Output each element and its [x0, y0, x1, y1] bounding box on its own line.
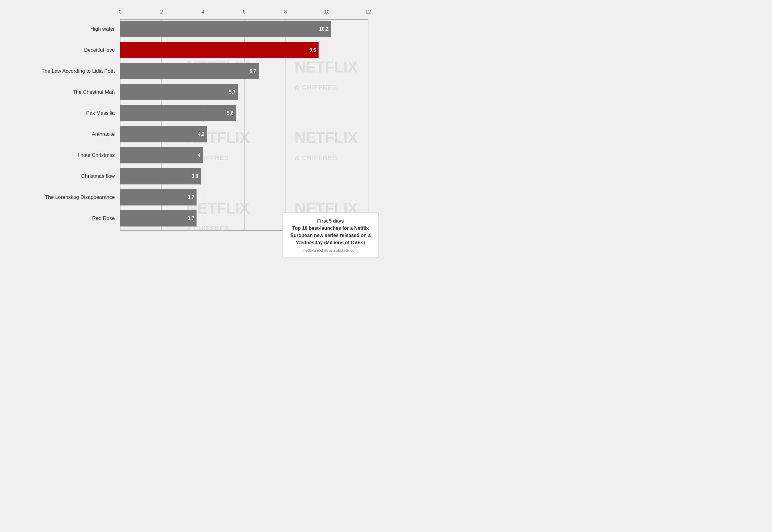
x-label-12: 12 — [365, 9, 371, 15]
y-label-6: I hate Christmas — [6, 146, 120, 165]
bar-6: 4 — [120, 147, 203, 164]
legend-box: First 5 daysTop 10 best-launches for a N… — [282, 212, 378, 258]
bar-value-8: 3,7 — [187, 195, 194, 200]
bar-1: 9,6 — [120, 42, 318, 59]
bar-value-5: 4,2 — [198, 132, 205, 137]
y-label-2: The Law According to Lidia Poët — [6, 62, 120, 81]
x-label-10: 10 — [324, 9, 330, 15]
bar-row-7: Christmas flow3,9 — [6, 167, 368, 186]
legend-title: First 5 daysTop 10 best-launches for a N… — [289, 217, 372, 246]
chart-body: High water10,2Deceitful love9,6The Law A… — [6, 20, 368, 230]
bar-9: 3,7 — [120, 210, 196, 227]
bar-value-6: 4 — [198, 153, 200, 158]
bar-value-9: 3,7 — [187, 216, 194, 221]
bar-row-5: Anthracite4,2 — [6, 125, 368, 144]
bar-2: 6,7 — [120, 63, 259, 80]
bar-value-0: 10,2 — [319, 26, 328, 32]
bar-value-4: 5,6 — [227, 111, 233, 116]
bar-row-2: The Law According to Lidia Poët6,7 — [6, 62, 368, 81]
y-label-3: The Chestnut Man — [6, 83, 120, 102]
bar-7: 3,9 — [120, 168, 201, 185]
y-label-5: Anthracite — [6, 125, 120, 144]
x-label-2: 2 — [160, 9, 163, 15]
bar-value-2: 6,7 — [249, 68, 256, 74]
y-label-9: Red Rose — [6, 209, 120, 228]
bar-row-8: The Lorenskog Disappearance3,7 — [6, 188, 368, 207]
bar-0: 10,2 — [120, 21, 331, 38]
y-label-1: Deceitful love — [6, 41, 120, 59]
legend-source: netflixandchiffres.substack.com — [289, 248, 372, 253]
x-label-8: 8 — [284, 9, 287, 15]
y-label-8: The Lorenskog Disappearance — [6, 188, 120, 207]
y-label-7: Christmas flow — [6, 167, 120, 186]
y-label-0: High water — [6, 20, 120, 38]
bar-4: 5,6 — [120, 105, 236, 122]
bar-row-3: The Chestnut Man5,7 — [6, 83, 368, 102]
chart-container: NETFLIX& CHIFFRESNETFLIX& CHIFFRESNETFLI… — [0, 0, 386, 266]
x-axis-labels: 024681012 — [120, 9, 368, 17]
bar-row-6: I hate Christmas4 — [6, 146, 368, 165]
bar-row-1: Deceitful love9,6 — [6, 41, 368, 59]
bar-row-4: Pax Massilia5,6 — [6, 104, 368, 123]
x-label-0: 0 — [119, 9, 121, 15]
bars-container: High water10,2Deceitful love9,6The Law A… — [6, 20, 368, 230]
bar-value-1: 9,6 — [309, 47, 316, 53]
bar-3: 5,7 — [120, 84, 238, 101]
bar-value-3: 5,7 — [229, 90, 235, 95]
bar-5: 4,2 — [120, 126, 207, 143]
bar-row-0: High water10,2 — [6, 20, 368, 38]
bar-value-7: 3,9 — [192, 174, 198, 179]
x-label-4: 4 — [201, 9, 204, 15]
y-label-4: Pax Massilia — [6, 104, 120, 123]
grid-line-12 — [368, 20, 368, 230]
x-label-6: 6 — [243, 9, 245, 15]
bar-8: 3,7 — [120, 189, 196, 206]
